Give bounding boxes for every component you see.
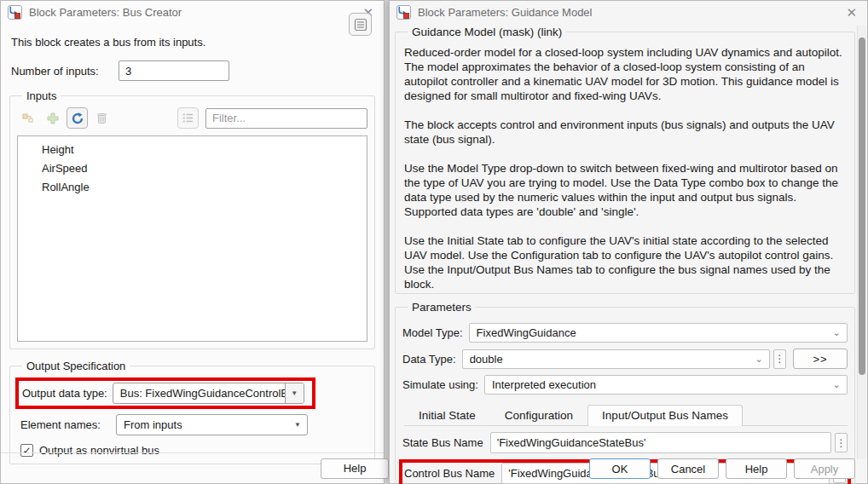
signal-hierarchy-icon (21, 112, 35, 125)
delete-button[interactable] (91, 107, 113, 129)
refresh-button[interactable] (67, 107, 88, 129)
data-type-options-button[interactable]: ⋮ (773, 349, 786, 369)
simulate-using-value: Interpreted execution (485, 378, 826, 391)
tab-input-output-bus-names[interactable]: Input/Output Bus Names (587, 405, 743, 426)
dropdown-arrow-icon[interactable]: ▼ (288, 415, 307, 435)
tab-initial-state[interactable]: Initial State (404, 405, 490, 426)
bus-creator-dialog: Block Parameters: Bus Creator ✕ This blo… (0, 0, 385, 484)
kebab-icon: ⋮ (775, 353, 785, 365)
element-names-label: Element names: (20, 418, 116, 431)
state-bus-name-label: State Bus Name (402, 436, 483, 449)
cancel-button[interactable]: Cancel (657, 458, 719, 479)
element-names-combobox[interactable]: From inputs ▼ (116, 414, 308, 435)
mask-description-paragraph: Use the Initial State tab to configure t… (404, 233, 846, 291)
filter-input[interactable] (205, 108, 367, 129)
add-input-button[interactable] (42, 107, 63, 129)
inputs-group: Inputs (9, 89, 375, 349)
output-data-type-label: Output data type: (22, 387, 107, 400)
mask-description-paragraph: The block accepts control and environmen… (404, 118, 846, 147)
apply-button: Apply (794, 458, 855, 479)
refresh-icon (71, 112, 84, 125)
element-names-value: From inputs (117, 418, 288, 431)
state-bus-name-input[interactable] (490, 432, 831, 453)
mask-description-paragraph: Use the Model Type drop-down to switch b… (404, 161, 846, 219)
output-data-type-combobox[interactable]: Bus: FixedWingGuidanceControlBus ▼ (113, 383, 304, 404)
scrollbar-thumb[interactable] (859, 37, 865, 375)
plus-icon (46, 112, 60, 125)
guidance-model-titlebar: Block Parameters: Guidance Model ✕ (390, 1, 867, 24)
guidance-model-dialog: Block Parameters: Guidance Model ✕ Guida… (389, 0, 868, 484)
output-specification-group: Output Specification Output data type: B… (9, 360, 375, 464)
tab-configuration[interactable]: Configuration (490, 405, 587, 426)
list-view-button[interactable] (177, 107, 199, 129)
tabbar: Initial State Configuration Input/Output… (404, 405, 848, 426)
vertical-scrollbar[interactable] (857, 26, 866, 459)
inputs-group-legend: Inputs (22, 89, 61, 102)
model-type-label: Model Type: (402, 326, 463, 339)
number-of-inputs-label: Number of inputs: (11, 65, 119, 78)
annotation-highlight-output-data-type: Output data type: Bus: FixedWingGuidance… (15, 377, 315, 409)
inputs-list[interactable]: Height AirSpeed RollAngle (17, 135, 367, 342)
help-button[interactable]: Help (726, 458, 787, 479)
dialog-title: Block Parameters: Bus Creator (29, 6, 352, 19)
chevron-down-icon: ⌄ (826, 327, 847, 338)
chevron-down-icon: ⌄ (749, 354, 769, 365)
output-data-type-value: Bus: FixedWingGuidanceControlBus (113, 387, 285, 400)
data-type-assistant-icon (354, 18, 367, 32)
parameters-group: Parameters Model Type: FixedWingGuidance… (395, 301, 855, 484)
state-bus-options-button[interactable]: ⋮ (835, 433, 848, 452)
right-dialog-buttonbar: OK Cancel Help Apply (589, 458, 855, 479)
add-signal-button[interactable] (17, 107, 38, 129)
help-button[interactable]: Help (321, 458, 389, 479)
simulink-block-icon (8, 5, 22, 20)
chevron-down-icon: ⌄ (826, 379, 847, 390)
expand-dialog-button[interactable]: >> (793, 349, 848, 369)
inputs-toolbar (17, 107, 367, 129)
bus-creator-titlebar: Block Parameters: Bus Creator ✕ (1, 1, 384, 24)
trash-icon (95, 112, 108, 124)
dropdown-arrow-icon[interactable]: ▼ (285, 383, 304, 403)
list-view-icon (182, 112, 194, 124)
left-dialog-buttonbar: Help (1, 452, 384, 483)
data-type-value: double (463, 353, 749, 366)
list-item[interactable]: Height (18, 141, 367, 159)
data-type-assistant-button[interactable] (349, 13, 372, 36)
mask-group-legend: Guidance Model (mask) (link) (408, 26, 566, 38)
kebab-icon: ⋮ (836, 437, 847, 449)
parameters-group-legend: Parameters (408, 301, 476, 314)
list-item[interactable]: RollAngle (18, 178, 367, 197)
data-type-combobox[interactable]: double ⌄ (462, 349, 770, 369)
model-type-combobox[interactable]: FixedWingGuidance ⌄ (469, 323, 848, 343)
dialog-title: Block Parameters: Guidance Model (418, 6, 836, 19)
mask-description-paragraph: Reduced-order model for a closed-loop sy… (404, 45, 846, 103)
model-type-value: FixedWingGuidance (470, 326, 826, 339)
simulate-using-combobox[interactable]: Interpreted execution ⌄ (484, 375, 848, 395)
block-description: This block creates a bus from its inputs… (11, 36, 373, 49)
ok-button[interactable]: OK (589, 458, 651, 479)
mask-description-group: Guidance Model (mask) (link) Reduced-ord… (395, 26, 855, 294)
list-item[interactable]: AirSpeed (18, 159, 367, 178)
data-type-label: Data Type: (402, 353, 456, 366)
close-icon[interactable]: ✕ (842, 5, 860, 20)
number-of-inputs-input[interactable] (119, 60, 229, 81)
simulate-using-label: Simulate using: (402, 378, 478, 391)
simulink-block-icon (396, 5, 411, 20)
control-bus-name-label: Control Bus Name (404, 467, 495, 480)
output-specification-legend: Output Specification (22, 360, 130, 372)
